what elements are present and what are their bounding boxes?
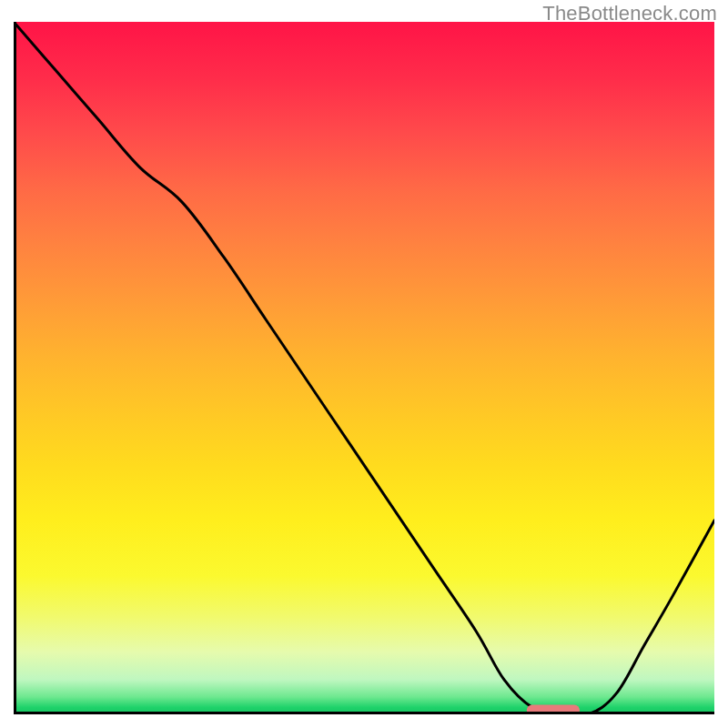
- y-axis-line: [14, 22, 16, 714]
- x-axis-line: [14, 712, 714, 714]
- bottleneck-curve-canvas: [14, 22, 714, 714]
- chart-stage: TheBottleneck.com: [0, 0, 728, 728]
